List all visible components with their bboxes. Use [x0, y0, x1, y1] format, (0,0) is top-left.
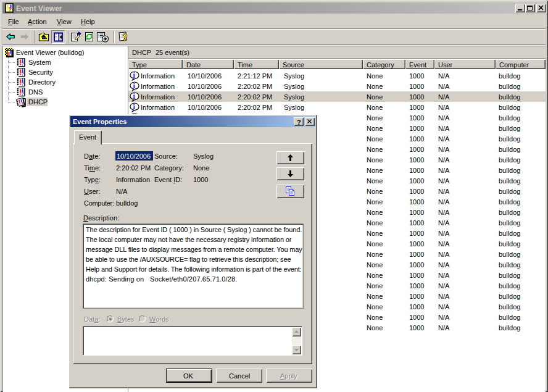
svg-text:?: ? [22, 91, 24, 97]
svg-text:?: ? [22, 72, 24, 77]
svg-text:?: ? [123, 32, 128, 43]
svg-text:?: ? [22, 81, 24, 87]
svg-text:?: ? [22, 62, 24, 67]
svg-text:?: ? [9, 6, 12, 12]
